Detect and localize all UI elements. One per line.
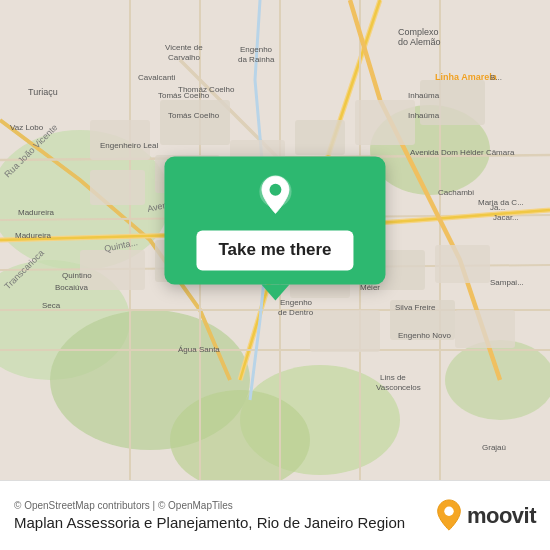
popup-overlay: Take me there (164, 156, 385, 300)
svg-text:da Rainha: da Rainha (238, 55, 275, 64)
svg-text:Cavalcanti: Cavalcanti (138, 73, 176, 82)
location-title: Maplan Assessoria e Planejamento, Rio de… (14, 514, 435, 531)
svg-text:Jacar...: Jacar... (493, 213, 519, 222)
svg-rect-21 (310, 310, 380, 352)
svg-text:Avenida Dom Hélder Câmara: Avenida Dom Hélder Câmara (410, 148, 515, 157)
svg-text:Turiaçu: Turiaçu (28, 87, 58, 97)
svg-text:Vaz Lobo: Vaz Lobo (10, 123, 44, 132)
svg-text:Silva Freire: Silva Freire (395, 303, 436, 312)
svg-text:Ja...: Ja... (490, 203, 505, 212)
svg-text:Tomás Coelho: Tomás Coelho (168, 111, 220, 120)
svg-text:Linha Amarela: Linha Amarela (435, 72, 498, 82)
svg-text:Madureira: Madureira (15, 231, 52, 240)
svg-text:Carvalho: Carvalho (168, 53, 201, 62)
svg-point-6 (445, 340, 550, 420)
svg-text:Vicente de: Vicente de (165, 43, 203, 52)
svg-rect-14 (355, 100, 415, 145)
svg-rect-23 (455, 310, 515, 348)
bottom-bar: © OpenStreetMap contributors | © OpenMap… (0, 480, 550, 550)
svg-text:Seca: Seca (42, 301, 61, 310)
svg-text:Lins de: Lins de (380, 373, 406, 382)
moovit-text: moovit (467, 503, 536, 529)
copyright-text: © OpenStreetMap contributors | © OpenMap… (14, 500, 435, 511)
svg-text:Sampai...: Sampai... (490, 278, 524, 287)
svg-text:Cachambi: Cachambi (438, 188, 474, 197)
svg-text:Vasconcelos: Vasconcelos (376, 383, 421, 392)
svg-text:B...: B... (490, 73, 502, 82)
map-container[interactable]: Turiaçu Vaz Lobo Rua João Vicente Madure… (0, 0, 550, 480)
svg-text:do Alemão: do Alemão (398, 37, 441, 47)
svg-rect-10 (90, 170, 145, 205)
take-me-there-button[interactable]: Take me there (196, 230, 353, 270)
svg-rect-9 (160, 100, 230, 145)
svg-point-69 (269, 184, 281, 196)
svg-point-70 (444, 506, 453, 515)
svg-text:Grajaú: Grajaú (482, 443, 506, 452)
svg-text:Engenho Novo: Engenho Novo (398, 331, 451, 340)
svg-text:Tomás Coelho: Tomás Coelho (158, 91, 210, 100)
moovit-logo: moovit (435, 499, 536, 533)
svg-text:Água Santa: Água Santa (178, 345, 220, 354)
svg-text:Inhaúma: Inhaúma (408, 111, 440, 120)
svg-text:Engenho: Engenho (240, 45, 273, 54)
svg-rect-20 (435, 245, 490, 283)
bottom-left-info: © OpenStreetMap contributors | © OpenMap… (14, 500, 435, 531)
svg-rect-8 (90, 120, 150, 160)
location-pin-icon (253, 174, 297, 218)
popup-arrow (261, 284, 289, 300)
svg-text:Quintino: Quintino (62, 271, 92, 280)
svg-rect-16 (80, 250, 145, 290)
svg-text:Madureira: Madureira (18, 208, 55, 217)
svg-text:Complexo: Complexo (398, 27, 439, 37)
svg-text:Engenheiro Leal: Engenheiro Leal (100, 141, 158, 150)
svg-rect-13 (295, 120, 345, 155)
svg-text:de Dentro: de Dentro (278, 308, 314, 317)
moovit-pin-icon (435, 499, 463, 533)
svg-text:Bocaiúva: Bocaiúva (55, 283, 88, 292)
svg-text:Inhaúma: Inhaúma (408, 91, 440, 100)
popup-card: Take me there (164, 156, 385, 284)
